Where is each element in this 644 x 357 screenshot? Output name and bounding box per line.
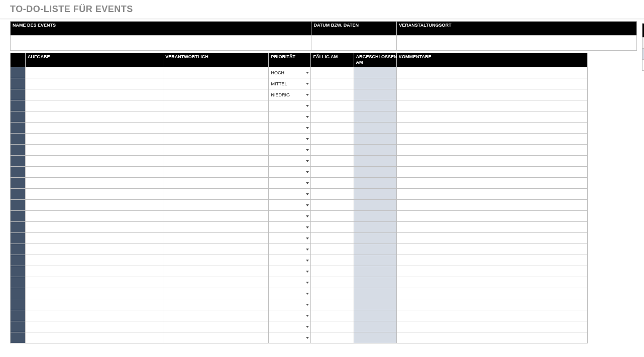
cell-due[interactable] xyxy=(311,67,354,78)
cell-priority[interactable] xyxy=(269,167,311,178)
cell-owner[interactable] xyxy=(163,266,269,277)
cell-comment[interactable] xyxy=(396,189,587,200)
cell-task[interactable] xyxy=(26,67,163,78)
cell-owner[interactable] xyxy=(163,156,269,167)
cell-done[interactable] xyxy=(354,288,396,299)
cell-priority[interactable] xyxy=(269,244,311,255)
cell-owner[interactable] xyxy=(163,134,269,145)
cell-due[interactable] xyxy=(311,255,354,266)
cell-comment[interactable] xyxy=(396,266,587,277)
cell-done[interactable] xyxy=(354,89,396,100)
cell-done[interactable] xyxy=(354,266,396,277)
chevron-down-icon[interactable] xyxy=(306,83,309,85)
chevron-down-icon[interactable] xyxy=(306,116,309,118)
cell-task[interactable] xyxy=(26,277,163,288)
cell-due[interactable] xyxy=(311,145,354,156)
cell-comment[interactable] xyxy=(396,310,587,321)
chevron-down-icon[interactable] xyxy=(306,226,309,228)
cell-comment[interactable] xyxy=(396,78,587,89)
cell-due[interactable] xyxy=(311,189,354,200)
cell-due[interactable] xyxy=(311,123,354,134)
cell-status[interactable] xyxy=(11,89,26,100)
cell-due[interactable] xyxy=(311,200,354,211)
cell-task[interactable] xyxy=(26,123,163,134)
cell-task[interactable] xyxy=(26,111,163,123)
cell-done[interactable] xyxy=(354,277,396,288)
cell-done[interactable] xyxy=(354,123,396,134)
cell-done[interactable] xyxy=(354,189,396,200)
cell-owner[interactable] xyxy=(163,299,269,310)
chevron-down-icon[interactable] xyxy=(306,215,309,217)
cell-owner[interactable] xyxy=(163,123,269,134)
cell-priority[interactable] xyxy=(269,156,311,167)
cell-comment[interactable] xyxy=(396,321,587,332)
cell-comment[interactable] xyxy=(396,200,587,211)
chevron-down-icon[interactable] xyxy=(306,271,309,273)
cell-done[interactable] xyxy=(354,299,396,310)
cell-task[interactable] xyxy=(26,78,163,89)
cell-owner[interactable] xyxy=(163,288,269,299)
cell-comment[interactable] xyxy=(396,244,587,255)
cell-task[interactable] xyxy=(26,89,163,100)
cell-priority[interactable] xyxy=(269,288,311,299)
cell-due[interactable] xyxy=(311,222,354,233)
cell-task[interactable] xyxy=(26,100,163,111)
cell-task[interactable] xyxy=(26,310,163,321)
cell-status[interactable] xyxy=(11,255,26,266)
cell-status[interactable] xyxy=(11,156,26,167)
cell-status[interactable] xyxy=(11,244,26,255)
cell-priority[interactable]: MITTEL xyxy=(269,78,311,89)
cell-done[interactable] xyxy=(354,134,396,145)
cell-owner[interactable] xyxy=(163,189,269,200)
cell-priority[interactable] xyxy=(269,123,311,134)
chevron-down-icon[interactable] xyxy=(306,260,309,262)
cell-priority[interactable] xyxy=(269,134,311,145)
chevron-down-icon[interactable] xyxy=(306,337,309,339)
cell-task[interactable] xyxy=(26,299,163,310)
cell-comment[interactable] xyxy=(396,277,587,288)
cell-done[interactable] xyxy=(354,78,396,89)
cell-due[interactable] xyxy=(311,89,354,100)
cell-priority[interactable] xyxy=(269,222,311,233)
cell-due[interactable] xyxy=(311,100,354,111)
cell-task[interactable] xyxy=(26,233,163,244)
chevron-down-icon[interactable] xyxy=(306,193,309,195)
cell-comment[interactable] xyxy=(396,145,587,156)
cell-comment[interactable] xyxy=(396,332,587,343)
cell-status[interactable] xyxy=(11,288,26,299)
cell-done[interactable] xyxy=(354,255,396,266)
cell-priority[interactable]: HOCH xyxy=(269,67,311,78)
chevron-down-icon[interactable] xyxy=(306,171,309,173)
cell-priority[interactable] xyxy=(269,211,311,222)
cell-due[interactable] xyxy=(311,299,354,310)
cell-task[interactable] xyxy=(26,211,163,222)
cell-comment[interactable] xyxy=(396,89,587,100)
cell-status[interactable] xyxy=(11,145,26,156)
cell-priority[interactable] xyxy=(269,145,311,156)
chevron-down-icon[interactable] xyxy=(306,94,309,96)
cell-priority[interactable] xyxy=(269,266,311,277)
chevron-down-icon[interactable] xyxy=(306,304,309,306)
cell-priority[interactable] xyxy=(269,200,311,211)
cell-status[interactable] xyxy=(11,222,26,233)
cell-comment[interactable] xyxy=(396,123,587,134)
cell-status[interactable] xyxy=(11,277,26,288)
cell-due[interactable] xyxy=(311,111,354,123)
cell-comment[interactable] xyxy=(396,178,587,189)
chevron-down-icon[interactable] xyxy=(306,315,309,317)
cell-owner[interactable] xyxy=(163,100,269,111)
cell-owner[interactable] xyxy=(163,244,269,255)
cell-priority[interactable] xyxy=(269,332,311,343)
cell-due[interactable] xyxy=(311,321,354,332)
input-event-date[interactable] xyxy=(311,36,397,51)
cell-comment[interactable] xyxy=(396,222,587,233)
cell-comment[interactable] xyxy=(396,67,587,78)
chevron-down-icon[interactable] xyxy=(306,138,309,140)
cell-due[interactable] xyxy=(311,244,354,255)
cell-done[interactable] xyxy=(354,310,396,321)
cell-done[interactable] xyxy=(354,100,396,111)
cell-status[interactable] xyxy=(11,167,26,178)
cell-status[interactable] xyxy=(11,321,26,332)
cell-task[interactable] xyxy=(26,266,163,277)
cell-comment[interactable] xyxy=(396,100,587,111)
